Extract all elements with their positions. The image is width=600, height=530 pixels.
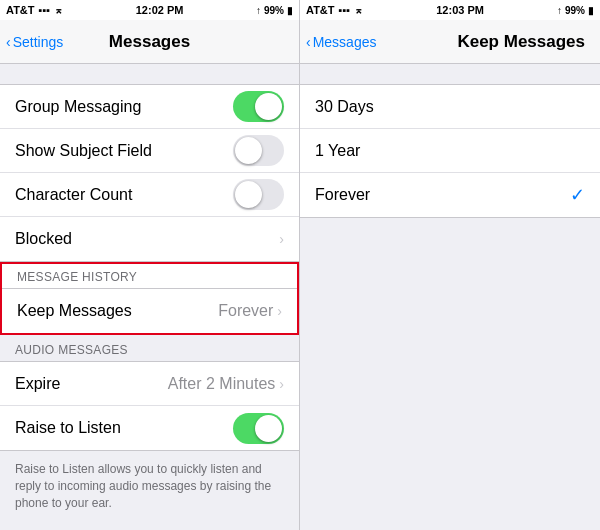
expire-right: After 2 Minutes › [168, 375, 284, 393]
show-subject-control[interactable] [233, 135, 284, 166]
raise-listen-label: Raise to Listen [15, 419, 121, 437]
right-back-label: Messages [313, 34, 377, 50]
keep-messages-row[interactable]: Keep Messages Forever › [2, 289, 297, 333]
blocked-row[interactable]: Blocked › [0, 217, 299, 261]
group-messaging-control[interactable] [233, 91, 284, 122]
group-messaging-row[interactable]: Group Messaging [0, 85, 299, 129]
left-status-bar: AT&T ▪▪▪ ⌅ 12:02 PM ↑ 99% ▮ [0, 0, 299, 20]
left-battery-icon: ▮ [287, 5, 293, 16]
top-settings-group: Group Messaging Show Subject Field Chara… [0, 84, 299, 262]
option-forever-label: Forever [315, 186, 370, 204]
keep-messages-label: Keep Messages [17, 302, 132, 320]
left-signal: ▪▪▪ [39, 4, 51, 16]
group-messaging-label: Group Messaging [15, 98, 141, 116]
right-panel: AT&T ▪▪▪ ⌅ 12:03 PM ↑ 99% ▮ ‹ Messages K… [300, 0, 600, 530]
character-count-label: Character Count [15, 186, 132, 204]
left-wifi: ⌅ [54, 4, 63, 17]
left-nav-title: Messages [109, 32, 190, 52]
keep-messages-options-group: 30 Days 1 Year Forever ✓ [300, 84, 600, 218]
expire-chevron-icon: › [279, 376, 284, 392]
raise-listen-control[interactable] [233, 413, 284, 444]
settings-list: Group Messaging Show Subject Field Chara… [0, 64, 299, 530]
message-history-header: MESSAGE HISTORY [2, 264, 297, 288]
left-nav-bar: ‹ Settings Messages [0, 20, 299, 64]
right-chevron-icon: ‹ [306, 34, 311, 50]
right-signal: ▪▪▪ [339, 4, 351, 16]
right-location-icon: ↑ [557, 5, 562, 16]
left-location-icon: ↑ [256, 5, 261, 16]
option-30-days-row[interactable]: 30 Days [300, 85, 600, 129]
audio-messages-group: Expire After 2 Minutes › Raise to Listen [0, 361, 299, 451]
option-1-year-row[interactable]: 1 Year [300, 129, 600, 173]
right-battery-info: ↑ 99% ▮ [557, 5, 594, 16]
left-chevron-icon: ‹ [6, 34, 11, 50]
expire-value: After 2 Minutes [168, 375, 276, 393]
right-back-button[interactable]: ‹ Messages [306, 34, 376, 50]
character-count-control[interactable] [233, 179, 284, 210]
keep-messages-value: Forever [218, 302, 273, 320]
show-subject-toggle[interactable] [233, 135, 284, 166]
right-nav-title: Keep Messages [457, 32, 585, 52]
blocked-chevron-icon: › [279, 231, 284, 247]
left-back-button[interactable]: ‹ Settings [6, 34, 63, 50]
expire-row[interactable]: Expire After 2 Minutes › [0, 362, 299, 406]
right-battery-pct: 99% [565, 5, 585, 16]
left-time: 12:02 PM [136, 4, 184, 16]
option-1-year-label: 1 Year [315, 142, 360, 160]
show-subject-label: Show Subject Field [15, 142, 152, 160]
left-battery-info: ↑ 99% ▮ [256, 5, 293, 16]
message-history-group: Keep Messages Forever › [2, 288, 297, 333]
raise-listen-knob [255, 415, 282, 442]
right-time: 12:03 PM [436, 4, 484, 16]
blocked-control: › [279, 231, 284, 247]
character-count-row[interactable]: Character Count [0, 173, 299, 217]
keep-messages-right: Forever › [218, 302, 282, 320]
expire-label: Expire [15, 375, 60, 393]
right-battery-icon: ▮ [588, 5, 594, 16]
right-carrier: AT&T [306, 4, 335, 16]
left-carrier: AT&T [6, 4, 35, 16]
audio-messages-header: AUDIO MESSAGES [0, 335, 299, 361]
forever-checkmark-icon: ✓ [570, 184, 585, 206]
show-subject-row[interactable]: Show Subject Field [0, 129, 299, 173]
left-panel: AT&T ▪▪▪ ⌅ 12:02 PM ↑ 99% ▮ ‹ Settings M… [0, 0, 300, 530]
option-30-days-label: 30 Days [315, 98, 374, 116]
audio-messages-section: AUDIO MESSAGES Expire After 2 Minutes › … [0, 335, 299, 451]
keep-messages-options: 30 Days 1 Year Forever ✓ [300, 84, 600, 530]
right-carrier-info: AT&T ▪▪▪ ⌅ [306, 4, 363, 17]
keep-messages-chevron-icon: › [277, 303, 282, 319]
character-count-knob [235, 181, 262, 208]
option-forever-row[interactable]: Forever ✓ [300, 173, 600, 217]
character-count-toggle[interactable] [233, 179, 284, 210]
group-messaging-toggle[interactable] [233, 91, 284, 122]
bottom-note: Raise to Listen allows you to quickly li… [0, 451, 299, 521]
show-subject-knob [235, 137, 262, 164]
group-messaging-knob [255, 93, 282, 120]
raise-listen-toggle[interactable] [233, 413, 284, 444]
raise-listen-row[interactable]: Raise to Listen [0, 406, 299, 450]
left-back-label: Settings [13, 34, 64, 50]
left-battery-pct: 99% [264, 5, 284, 16]
right-status-bar: AT&T ▪▪▪ ⌅ 12:03 PM ↑ 99% ▮ [300, 0, 600, 20]
right-nav-bar: ‹ Messages Keep Messages [300, 20, 600, 64]
right-wifi: ⌅ [354, 4, 363, 17]
blocked-label: Blocked [15, 230, 72, 248]
left-carrier-info: AT&T ▪▪▪ ⌅ [6, 4, 63, 17]
message-history-section: MESSAGE HISTORY Keep Messages Forever › [0, 262, 299, 335]
